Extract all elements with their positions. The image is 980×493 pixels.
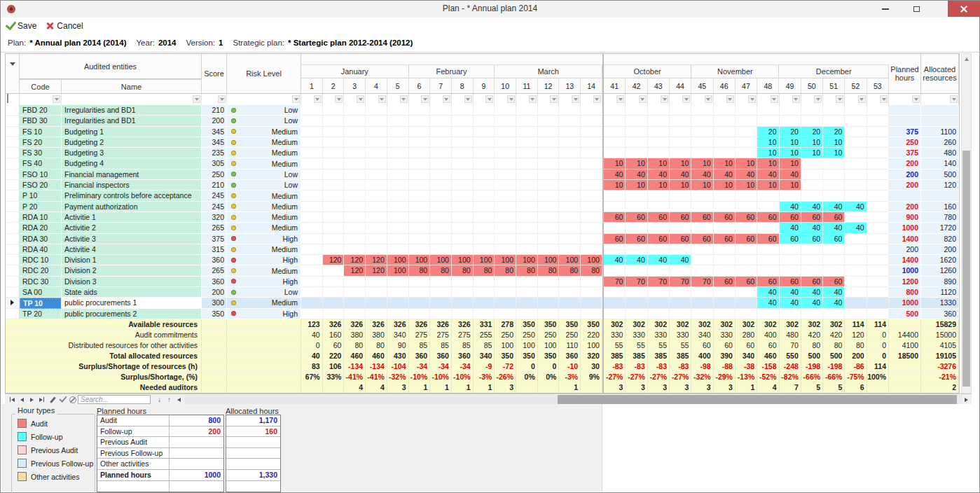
week-cell[interactable] [366, 169, 387, 180]
name-cell[interactable]: Financial inspectors [62, 180, 202, 190]
week-cell[interactable]: 10 [670, 180, 691, 190]
filter-dropdown-button[interactable] [443, 95, 450, 103]
week-cell[interactable]: 40 [845, 202, 867, 212]
code-cell[interactable]: RDA 10 [20, 212, 62, 223]
week-cell[interactable] [714, 223, 736, 233]
week-cell[interactable]: 60 [736, 277, 757, 287]
week-cell[interactable] [736, 255, 757, 265]
planned-hours-cell[interactable]: 200 [889, 180, 921, 190]
week-number-header[interactable]: 47 [736, 78, 757, 93]
week-cell[interactable] [344, 180, 366, 190]
week-cell[interactable] [736, 223, 757, 233]
week-cell[interactable] [581, 158, 602, 169]
name-cell[interactable]: State aids [62, 287, 202, 298]
week-cell[interactable] [323, 212, 345, 223]
code-cell[interactable]: RDA 20 [20, 223, 62, 233]
risk-level-cell[interactable]: Medium [227, 127, 301, 137]
week-cell[interactable] [474, 137, 495, 148]
week-cell[interactable] [581, 277, 602, 287]
week-cell[interactable] [714, 148, 736, 158]
planned-hours-cell[interactable]: 200 [889, 244, 921, 255]
week-cell[interactable]: 10 [736, 158, 757, 169]
week-cell[interactable] [344, 277, 366, 287]
week-cell[interactable] [495, 105, 516, 116]
week-cell[interactable] [691, 116, 713, 126]
planned-hours-cell[interactable] [889, 190, 921, 201]
filter-dropdown-button[interactable] [639, 95, 647, 103]
week-cell[interactable] [757, 255, 779, 265]
week-cell[interactable] [714, 244, 736, 255]
week-cell[interactable]: 10 [691, 158, 713, 169]
week-cell[interactable] [604, 105, 626, 116]
week-cell[interactable] [430, 127, 452, 137]
week-cell[interactable] [516, 148, 538, 158]
week-cell[interactable] [581, 190, 602, 201]
week-cell[interactable] [559, 169, 581, 180]
week-cell[interactable]: 10 [691, 180, 713, 190]
week-cell[interactable] [801, 116, 823, 126]
hscrollbar-thumb[interactable] [558, 395, 957, 404]
allocated-resources-cell[interactable]: 820 [921, 234, 959, 244]
week-cell[interactable] [301, 137, 323, 148]
week-cell[interactable] [301, 244, 323, 255]
code-cell[interactable]: FBD 20 [20, 105, 62, 116]
week-cell[interactable] [366, 158, 387, 169]
row-indicator-cell[interactable] [6, 158, 20, 169]
week-cell[interactable]: 40 [670, 255, 691, 265]
planned-hours-cell[interactable]: 900 [889, 212, 921, 223]
week-cell[interactable] [626, 116, 647, 126]
risk-level-cell[interactable]: High [227, 255, 301, 265]
week-cell[interactable] [495, 277, 516, 287]
risk-level-cell[interactable]: Low [227, 287, 301, 298]
filter-dropdown-button[interactable] [218, 95, 226, 103]
week-cell[interactable] [301, 148, 323, 158]
score-cell[interactable]: 320 [202, 212, 227, 223]
week-cell[interactable] [452, 212, 474, 223]
entity-row-p-10[interactable]: P 10Preliminary controls before acceptan… [6, 190, 959, 201]
filter-dropdown-button[interactable] [858, 95, 866, 103]
week-cell[interactable] [495, 298, 516, 308]
week-cell[interactable]: 60 [714, 212, 736, 223]
week-cell[interactable] [387, 148, 409, 158]
week-cell[interactable] [823, 309, 845, 319]
week-cell[interactable] [801, 244, 823, 255]
week-cell[interactable] [474, 202, 495, 212]
week-cell[interactable] [495, 169, 516, 180]
week-cell[interactable]: 10 [626, 158, 647, 169]
week-cell[interactable] [495, 127, 516, 137]
week-cell[interactable] [301, 234, 323, 244]
week-cell[interactable]: 10 [670, 158, 691, 169]
week-cell[interactable] [538, 116, 560, 126]
week-cell[interactable] [538, 298, 560, 308]
planned-hours-cell[interactable]: 1000 [889, 223, 921, 233]
week-cell[interactable] [823, 158, 845, 169]
week-number-header[interactable]: 5 [387, 78, 409, 93]
week-cell[interactable] [344, 287, 366, 298]
week-cell[interactable] [474, 244, 495, 255]
allocated-resources-cell[interactable] [921, 116, 959, 126]
week-cell[interactable] [801, 190, 823, 201]
name-cell[interactable]: Irregularities and BD1 [62, 105, 202, 116]
week-cell[interactable] [691, 137, 713, 148]
week-cell[interactable] [691, 287, 713, 298]
score-cell[interactable]: 345 [202, 137, 227, 148]
week-cell[interactable] [581, 137, 602, 148]
week-cell[interactable] [538, 148, 560, 158]
week-cell[interactable] [845, 180, 867, 190]
week-cell[interactable] [387, 190, 409, 201]
vscrollbar-thumb[interactable] [962, 151, 970, 387]
risk-level-column-header[interactable]: Risk Level [227, 54, 301, 94]
week-cell[interactable] [495, 202, 516, 212]
week-cell[interactable] [344, 298, 366, 308]
week-cell[interactable] [323, 116, 345, 126]
week-cell[interactable]: 100 [430, 255, 452, 265]
filter-dropdown-button[interactable] [464, 95, 472, 103]
week-cell[interactable] [538, 277, 560, 287]
week-cell[interactable] [691, 190, 713, 201]
week-cell[interactable]: 10 [604, 180, 626, 190]
week-number-header[interactable]: 45 [691, 78, 713, 93]
week-cell[interactable] [301, 105, 323, 116]
week-cell[interactable] [626, 298, 647, 308]
week-number-header[interactable]: 46 [714, 78, 736, 93]
allocated-resources-cell[interactable]: 160 [921, 202, 959, 212]
